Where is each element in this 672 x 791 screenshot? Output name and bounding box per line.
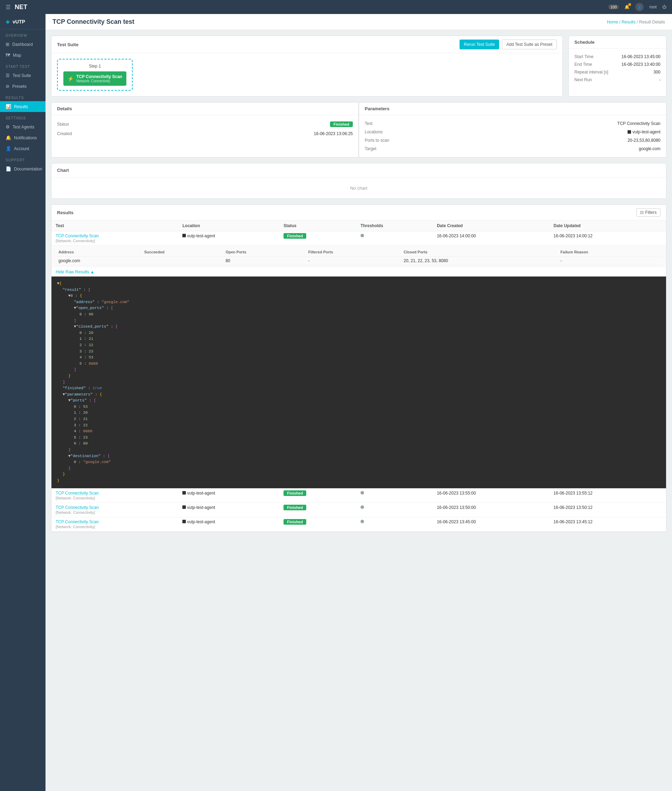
schedule-title: Schedule [569,36,666,49]
results-title: Results [57,210,74,215]
sidebar-item-results[interactable]: 📊 Results [0,101,45,112]
sub-col-failure-reason: Failure Reason [558,248,662,256]
date-updated-cell: 16-06-2023 14:00:12 [549,231,666,246]
username: root [649,5,657,10]
sidebar-item-documentation[interactable]: 📄 Documentation [0,163,45,174]
results-icon: 📊 [6,104,11,109]
date-updated-cell: 16-06-2023 13:50:12 [549,503,666,517]
schedule-row-end-time: End Time 16-06-2023 13:40:00 [574,61,661,68]
sub-col-address: Address [56,248,141,256]
details-card: Details Status Finished Created 16-06-20… [51,102,359,157]
account-icon: 👤 [6,146,11,151]
threshold-indicator [360,520,364,523]
sub-table-data-row: google.com 80 - 20, 21, 22, 23, 53, 8080… [56,256,662,265]
created-label: Created [57,131,72,136]
sub-address: google.com [56,256,141,265]
hamburger-icon[interactable]: ☰ [6,4,11,11]
dashboard-icon: ⊞ [6,42,10,47]
avatar: 👤 [635,3,644,11]
threshold-indicator [360,505,364,509]
param-test-label: Test [365,121,373,126]
step-item-sub: Network: Connectivity [76,79,122,83]
table-row: TCP Connectivity Scan[Network: Connectiv… [51,517,666,531]
sidebar-item-test-agents[interactable]: ⚙ Test Agents [0,122,45,132]
schedule-start-label: Start Time [574,54,594,59]
parameters-title: Parameters [359,102,666,115]
date-updated-cell: 16-06-2023 13:55:12 [549,488,666,503]
schedule-row-start-time: Start Time 16-06-2023 13:45:00 [574,53,661,61]
table-row: TCP Connectivity Scan[Network: Connectiv… [51,488,666,503]
sub-closed-ports: 20, 21, 22, 23, 53, 8080 [401,256,558,265]
rerun-test-suite-button[interactable]: Rerun Test Suite [459,40,499,50]
test-suite-title: Test Suite [57,42,78,47]
test-name-link[interactable]: TCP Connectivity Scan [56,519,99,524]
breadcrumb-results[interactable]: Results [622,19,635,24]
step-item: ⚡ TCP Connectivity Scan Network: Connect… [63,71,126,86]
date-created-cell: 16-06-2023 13:50:00 [433,503,549,517]
table-row: TCP Connectivity Scan[Network: Connectiv… [51,231,666,246]
breadcrumb-home[interactable]: Home [607,19,618,24]
breadcrumb: Home / Results / Result Details [607,19,665,24]
results-card: Results ⊡ Filters Test Location Status T… [51,204,666,532]
col-status: Status [279,221,356,231]
param-ports-label: Ports to scan [365,138,389,143]
status-badge: Finished [283,490,306,496]
sidebar-item-presets[interactable]: ⊘ Presets [0,81,45,92]
details-title: Details [51,102,358,115]
sidebar-section-start-test: START TEST [0,61,45,70]
date-created-cell: 16-06-2023 13:55:00 [433,488,549,503]
sidebar-section-overview: OVERVIEW [0,29,45,39]
map-icon: 🗺 [6,53,10,58]
sidebar-item-account[interactable]: 👤 Account [0,143,45,154]
test-sub: [Network: Connectivity] [56,239,95,243]
location-cell: vutp-test-agent [178,488,279,503]
filter-icon: ⊡ [640,210,644,215]
test-name-link[interactable]: TCP Connectivity Scan [56,505,99,510]
created-value: 16-06-2023 13:06:25 [314,131,353,136]
date-created-cell: 16-06-2023 13:45:00 [433,517,549,531]
sidebar-item-test-suite[interactable]: ☰ Test Suite [0,70,45,81]
col-date-updated: Date Updated [549,221,666,231]
param-ports: Ports to scan 20-23,53,80,8080 [365,136,661,144]
sub-col-succeeded: Succeeded [141,248,222,256]
results-table: Test Location Status Thresholds Date Cre… [51,221,666,532]
test-sub: [Network: Connectivity] [56,525,95,529]
sub-filtered-ports: - [306,256,401,265]
step-container: Step 1 ⚡ TCP Connectivity Scan Network: … [57,59,133,91]
sidebar-section-support: SUPPORT [0,154,45,163]
hide-raw-results-toggle[interactable]: Hide Raw Results ▲ [51,267,99,277]
table-row: TCP Connectivity Scan[Network: Connectiv… [51,503,666,517]
step-item-name: TCP Connectivity Scan [76,74,122,79]
filters-button[interactable]: ⊡ Filters [636,208,661,217]
param-locations-value: vutp-test-agent [627,130,661,135]
param-test: Test TCP Connectivity Scan [365,119,661,128]
param-locations-label: Locations [365,130,382,135]
col-thresholds: Thresholds [356,221,433,231]
test-suite-card: Test Suite Rerun Test Suite Add Test Sui… [51,36,563,97]
status-badge: Finished [283,233,306,239]
net-logo: NET [15,3,36,11]
schedule-next-run-label: Next Run [574,77,592,82]
sidebar-item-map[interactable]: 🗺 Map [0,50,45,61]
sidebar: ◈ vUTP OVERVIEW ⊞ Dashboard 🗺 Map START … [0,14,45,791]
threshold-indicator [360,491,364,495]
param-ports-value: 20-23,53,80,8080 [627,138,661,143]
status-badge: Finished [283,519,306,525]
date-created-cell: 16-06-2023 14:00:00 [433,231,549,246]
add-preset-button[interactable]: Add Test Suite as Preset [502,40,557,50]
power-icon[interactable]: ⏻ [662,5,666,10]
sub-col-open-ports: Open Ports [222,248,305,256]
bell-icon[interactable]: 🔔 [624,5,630,10]
documentation-icon: 📄 [6,166,11,171]
test-name-link[interactable]: TCP Connectivity Scan [56,491,99,496]
sidebar-item-notifications[interactable]: 🔔 Notifications [0,132,45,143]
schedule-next-run-value: - [659,77,661,82]
test-name-link[interactable]: TCP Connectivity Scan [56,234,99,239]
status-row: Status Finished [57,119,353,129]
schedule-row-next-run: Next Run - [574,76,661,84]
sidebar-item-dashboard[interactable]: ⊞ Dashboard [0,39,45,50]
created-row: Created 16-06-2023 13:06:25 [57,129,353,138]
location-cell: vutp-test-agent [178,231,279,246]
test-suite-icon: ☰ [6,73,10,78]
schedule-interval-label: Repeat interval [s] [574,70,608,75]
